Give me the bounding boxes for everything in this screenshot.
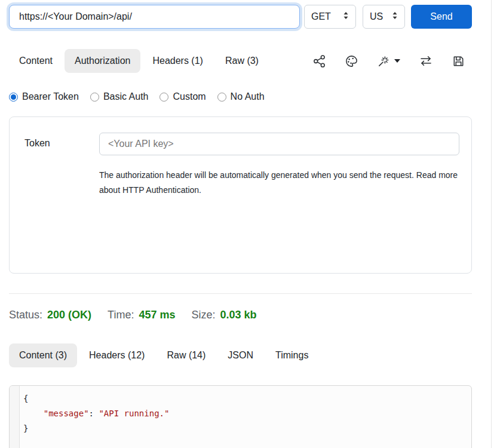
token-input[interactable] bbox=[99, 133, 459, 155]
auth-type-options: Bearer Token Basic Auth Custom No Auth bbox=[9, 91, 472, 102]
select-updown-icon bbox=[343, 11, 349, 22]
resp-tab-json[interactable]: JSON bbox=[217, 343, 263, 367]
tab-authorization[interactable]: Authorization bbox=[65, 49, 140, 73]
token-help-text: The authorization header will be automat… bbox=[99, 168, 458, 198]
time-value: 457 ms bbox=[139, 309, 175, 321]
method-select-value: GET bbox=[311, 11, 331, 22]
token-label: Token bbox=[24, 138, 50, 149]
request-toolbar bbox=[312, 54, 472, 68]
palette-icon[interactable] bbox=[345, 54, 358, 68]
auth-option-label: Basic Auth bbox=[103, 91, 149, 102]
request-tabs: Content Authorization Headers (1) Raw (3… bbox=[9, 49, 472, 73]
response-summary: Status: 200 (OK) Time: 457 ms Size: 0.03… bbox=[9, 309, 472, 321]
time-group: Time: 457 ms bbox=[108, 309, 175, 321]
code-line: } bbox=[23, 421, 465, 436]
token-help-line2: about HTTP Authentication. bbox=[99, 183, 458, 198]
share-icon[interactable] bbox=[312, 54, 326, 68]
response-tabs: Content (3) Headers (12) Raw (14) JSON T… bbox=[9, 343, 472, 367]
select-updown-icon bbox=[392, 11, 398, 22]
code-line: { bbox=[23, 391, 465, 406]
beautify-wand-icon[interactable] bbox=[377, 54, 400, 68]
wand-dropdown-caret-icon bbox=[394, 59, 400, 63]
section-divider bbox=[9, 293, 472, 294]
code-line: "message": "API running." bbox=[23, 406, 465, 421]
response-json-code: { "message": "API running." } bbox=[20, 386, 471, 448]
response-body-viewer: { "message": "API running." } bbox=[9, 385, 472, 448]
tab-raw[interactable]: Raw (3) bbox=[215, 49, 269, 73]
send-button[interactable]: Send bbox=[411, 5, 472, 29]
auth-option-no-auth[interactable]: No Auth bbox=[217, 91, 265, 102]
auth-option-label: Custom bbox=[173, 91, 205, 102]
size-value: 0.03 kb bbox=[220, 309, 257, 321]
token-help-line1: The authorization header will be automat… bbox=[99, 168, 458, 183]
time-label: Time: bbox=[108, 309, 134, 321]
swap-arrows-icon[interactable] bbox=[419, 54, 433, 68]
radio-icon bbox=[90, 93, 99, 102]
tab-content[interactable]: Content bbox=[9, 49, 63, 73]
resp-tab-headers[interactable]: Headers (12) bbox=[79, 343, 155, 367]
auth-option-custom[interactable]: Custom bbox=[159, 91, 205, 102]
auth-option-label: No Auth bbox=[231, 91, 265, 102]
region-select[interactable]: US bbox=[363, 5, 405, 29]
size-label: Size: bbox=[191, 309, 215, 321]
url-input[interactable] bbox=[9, 5, 300, 29]
method-select[interactable]: GET bbox=[304, 5, 356, 29]
resp-tab-raw[interactable]: Raw (14) bbox=[157, 343, 216, 367]
radio-icon bbox=[217, 93, 226, 102]
resp-tab-timings[interactable]: Timings bbox=[265, 343, 318, 367]
region-select-value: US bbox=[370, 11, 383, 22]
json-key: "message" bbox=[44, 409, 89, 418]
json-value: "API running." bbox=[99, 409, 169, 418]
tab-headers[interactable]: Headers (1) bbox=[142, 49, 213, 73]
radio-icon bbox=[159, 93, 168, 102]
request-url-row: GET US Send bbox=[9, 5, 472, 29]
bearer-token-panel: Token The authorization header will be a… bbox=[9, 116, 472, 274]
api-client-app: GET US Send Content Authorization Header… bbox=[0, 0, 500, 448]
status-value: 200 (OK) bbox=[47, 309, 91, 321]
status-group: Status: 200 (OK) bbox=[9, 309, 91, 321]
code-gutter bbox=[10, 386, 20, 448]
resp-tab-content[interactable]: Content (3) bbox=[9, 343, 77, 367]
status-label: Status: bbox=[9, 309, 42, 321]
size-group: Size: 0.03 kb bbox=[191, 309, 256, 321]
auth-option-label: Bearer Token bbox=[22, 91, 79, 102]
save-icon[interactable] bbox=[452, 54, 465, 68]
radio-icon bbox=[9, 93, 18, 102]
content-right-rule bbox=[491, 0, 492, 448]
auth-option-basic-auth[interactable]: Basic Auth bbox=[90, 91, 149, 102]
auth-option-bearer-token[interactable]: Bearer Token bbox=[9, 91, 79, 102]
